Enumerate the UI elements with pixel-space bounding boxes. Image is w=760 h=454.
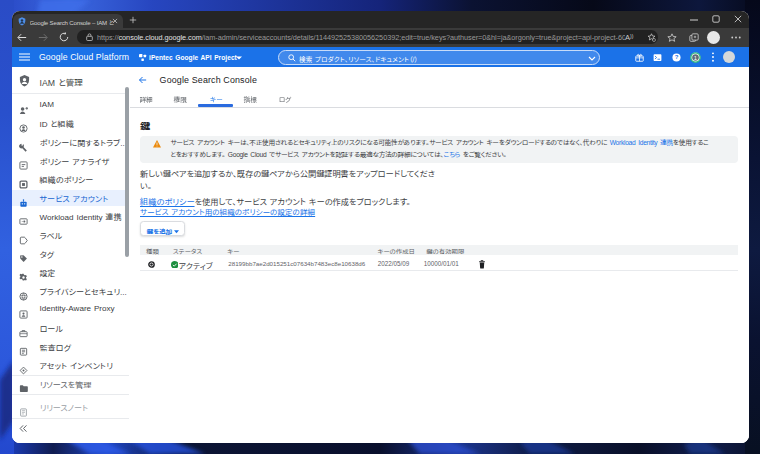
svg-text:1: 1 bbox=[693, 54, 696, 60]
svg-text:?: ? bbox=[674, 54, 678, 60]
